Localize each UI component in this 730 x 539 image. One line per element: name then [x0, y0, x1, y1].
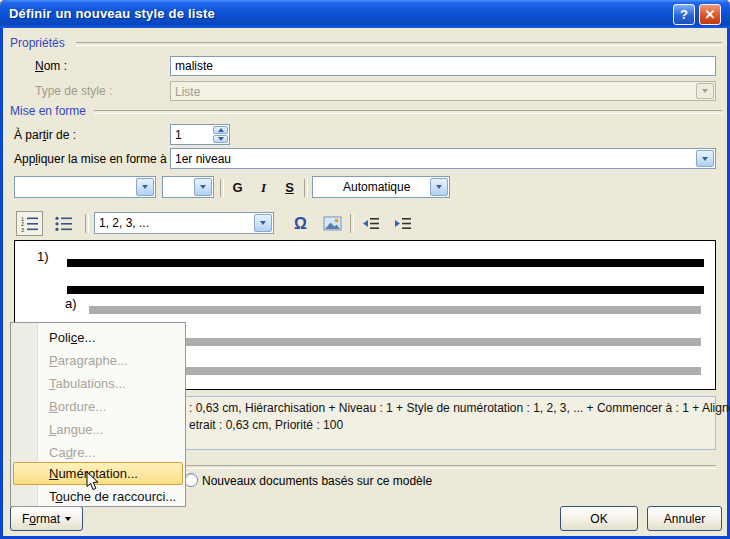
- menu-item-police[interactable]: Police...: [13, 326, 183, 349]
- spinner-up-icon[interactable]: [213, 126, 228, 134]
- preview-level1-marker: 1): [37, 249, 49, 264]
- mouse-cursor-icon: [86, 471, 100, 492]
- titlebar[interactable]: Définir un nouveau style de liste ? ✕: [0, 0, 730, 28]
- new-documents-radio[interactable]: [184, 473, 198, 487]
- preview-text-bar: [67, 259, 704, 267]
- chevron-down-icon[interactable]: [136, 178, 154, 196]
- svg-text:3: 3: [21, 227, 24, 233]
- section-properties-divider: [76, 42, 722, 46]
- italic-button[interactable]: I: [252, 177, 275, 198]
- font-color-value: Automatique: [343, 180, 410, 194]
- help-icon: ?: [680, 7, 688, 22]
- toolbar-separator: [85, 214, 89, 233]
- ok-button[interactable]: OK: [560, 506, 638, 531]
- style-type-value: Liste: [175, 85, 200, 99]
- chevron-down-icon[interactable]: [696, 150, 714, 167]
- chevron-down-icon: [65, 517, 71, 521]
- toolbar-separator: [350, 214, 354, 233]
- bullet-list-icon: [54, 215, 73, 232]
- apply-to-select[interactable]: 1er niveau: [170, 148, 716, 169]
- name-input[interactable]: maliste: [170, 56, 716, 76]
- help-button[interactable]: ?: [673, 4, 695, 25]
- toolbar-separator: [220, 179, 224, 197]
- chevron-down-icon[interactable]: [254, 214, 272, 232]
- chevron-down-icon[interactable]: [430, 178, 448, 196]
- decrease-indent-icon: [361, 215, 380, 232]
- numbered-list-button[interactable]: 1 2 3: [16, 211, 43, 236]
- preview-text-bar: [67, 286, 704, 294]
- menu-item-langue: Langue...: [13, 418, 183, 441]
- numbering-style-value: 1, 2, 3, ...: [99, 216, 149, 230]
- close-button[interactable]: ✕: [699, 4, 721, 25]
- format-button-label: Format: [22, 512, 60, 526]
- section-formatting-divider: [94, 110, 722, 114]
- chevron-down-icon[interactable]: [194, 178, 212, 196]
- define-list-style-dialog: Définir un nouveau style de liste ? ✕ Pr…: [0, 0, 730, 539]
- increase-indent-button[interactable]: [389, 211, 416, 236]
- decrease-indent-button[interactable]: [357, 211, 384, 236]
- new-documents-radio-label: Nouveaux documents basés sur ce modèle: [202, 474, 432, 488]
- format-button[interactable]: Format: [10, 506, 83, 531]
- preview-level2-marker: a): [65, 296, 77, 311]
- chevron-down-icon: [696, 83, 714, 99]
- numbering-style-select[interactable]: 1, 2, 3, ...: [94, 212, 274, 234]
- underline-button[interactable]: S: [278, 177, 301, 198]
- apply-to-value: 1er niveau: [175, 152, 231, 166]
- menu-item-cadre: Cadre...: [13, 441, 183, 464]
- start-at-spinner[interactable]: 1: [170, 124, 230, 145]
- window-title: Définir un nouveau style de liste: [9, 6, 215, 21]
- font-color-select[interactable]: Automatique: [312, 176, 450, 198]
- insert-picture-button[interactable]: [319, 211, 346, 236]
- font-select[interactable]: [14, 176, 156, 198]
- bold-button[interactable]: G: [226, 177, 249, 198]
- font-size-select[interactable]: [162, 176, 214, 198]
- increase-indent-icon: [393, 215, 412, 232]
- toolbar-separator: [304, 179, 308, 197]
- style-type-label: Type de style :: [35, 84, 112, 98]
- numbered-list-icon: 1 2 3: [20, 215, 39, 232]
- start-at-label: À partir de :: [14, 128, 76, 142]
- name-label: Nom :: [35, 59, 67, 73]
- insert-symbol-button[interactable]: Ω: [287, 211, 314, 236]
- close-icon: ✕: [705, 7, 716, 22]
- style-type-select: Liste: [170, 81, 716, 101]
- apply-to-label: Appliquer la mise en forme à :: [14, 152, 173, 166]
- omega-icon: Ω: [294, 215, 307, 233]
- menu-item-bordure: Bordure...: [13, 395, 183, 418]
- bullet-list-button[interactable]: [50, 211, 77, 236]
- picture-icon: [323, 215, 342, 232]
- section-properties-label: Propriétés: [10, 36, 65, 50]
- description-line2: etrait : 0,63 cm, Priorité : 100: [189, 418, 343, 432]
- cancel-button[interactable]: Annuler: [647, 506, 722, 531]
- menu-item-tabulations: Tabulations...: [13, 372, 183, 395]
- spinner-down-icon[interactable]: [213, 135, 228, 143]
- preview-text-bar: [89, 306, 701, 314]
- description-line1: : 0,63 cm, Hiérarchisation + Niveau : 1 …: [189, 401, 730, 415]
- menu-item-paragraphe: Paragraphe...: [13, 349, 183, 372]
- section-formatting-label: Mise en forme: [10, 104, 86, 118]
- start-at-value: 1: [175, 128, 182, 142]
